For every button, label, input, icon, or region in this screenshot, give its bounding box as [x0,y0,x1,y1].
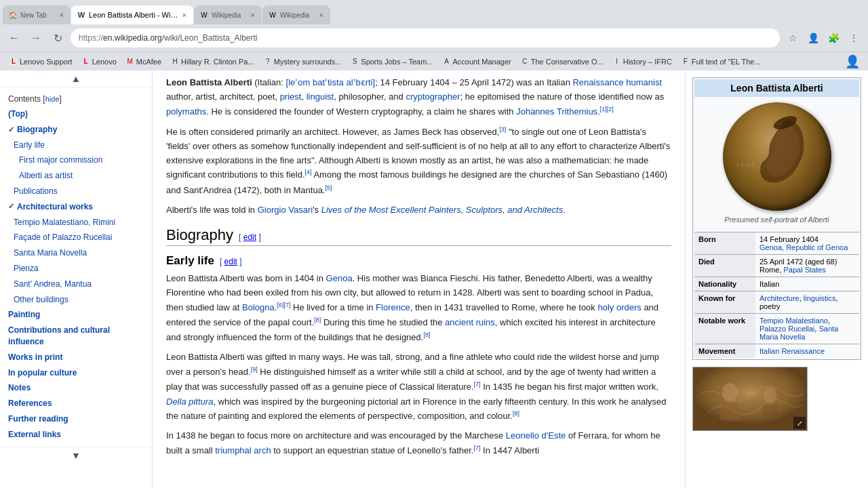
link-tempio[interactable]: Tempio Malatestiano [760,317,828,325]
tab-close-3[interactable]: × [250,11,256,19]
profile-avatar[interactable]: 👤 [842,54,863,69]
toc-item-top[interactable]: (Top) [3,106,149,122]
toc-link-external-links[interactable]: External links [8,429,61,441]
toc-item-notes[interactable]: Notes [3,380,149,396]
link-ancient-ruins[interactable]: ancient ruins [445,318,495,328]
toc-item-publications[interactable]: Publications [3,184,149,199]
toc-item-external-links[interactable]: External links [3,427,149,443]
link-trithemius[interactable]: Johannes Trithemius [516,106,597,117]
toc-scroll-down[interactable]: ▼ [0,447,152,464]
toc-item-tempio[interactable]: Tempio Malatestiano, Rimini [3,215,149,230]
bookmark-hillary[interactable]: H Hillary R. Clinton Pa... [167,56,258,67]
toc-link-publications[interactable]: Publications [14,186,58,197]
link-florence[interactable]: Florence [376,302,410,312]
reload-button[interactable]: ↻ [49,29,66,47]
link-triumphal-arch[interactable]: triumphal arch [215,446,271,456]
tab-wiki-3[interactable]: W Wikipedia × [194,5,262,24]
tab-wikipedia-active[interactable]: W Leon Battista Alberti - Wikipedia × [71,5,193,24]
link-polymaths[interactable]: polymaths [166,106,206,117]
toc-link-tempio[interactable]: Tempio Malatestiano, Rimini [14,217,115,228]
toc-link-contributions[interactable]: Contributions and cultural influence [8,325,144,348]
toc-item-santa-maria[interactable]: Santa Maria Novella [3,245,149,261]
toc-link-further-reading[interactable]: Further reading [8,413,68,425]
bookmark-lenovo-support[interactable]: L Lenovo Support [5,56,77,67]
bookmark-mcafee[interactable]: M McAfee [122,56,165,67]
toc-link-arch-works[interactable]: Architectural works [17,201,93,213]
toc-link-works-print[interactable]: Works in print [8,352,62,363]
toc-item-works-print[interactable]: Works in print [3,350,149,365]
tab-newtab[interactable]: 🏠 New Tab × [3,5,71,24]
toc-item-arch-works[interactable]: ✓ Architectural works [3,199,149,215]
link-vasari[interactable]: Giorgio Vasari [258,205,313,215]
toc-link-references[interactable]: References [8,398,52,409]
link-holy-orders[interactable]: holy orders [597,302,641,312]
link-lives[interactable]: Lives of the Most Excellent Painters, Sc… [321,205,563,215]
url-bar[interactable]: https://en.wikipedia.org/wiki/Leon_Batti… [71,28,780,47]
tab-close-1[interactable]: × [58,11,65,19]
tab-close-2[interactable]: × [181,11,188,19]
bookmark-sports[interactable]: S Sports Jobs – Team... [347,56,437,67]
link-born-genoa[interactable]: Genoa, Republic of Genoa [760,243,848,251]
link-genoa[interactable]: Genoa [326,273,353,283]
biography-edit-link[interactable]: edit [243,232,256,242]
toc-item-contributions[interactable]: Contributions and cultural influence [3,323,149,350]
link-cryptographer[interactable]: cryptographer [406,92,460,102]
toc-link-other-buildings[interactable]: Other buildings [14,294,68,306]
toc-item-further-reading[interactable]: Further reading [3,411,149,427]
toc-item-first-commission[interactable]: First major commission [3,152,149,168]
tab-close-4[interactable]: × [318,11,325,19]
toc-link-popular-culture[interactable]: In popular culture [8,367,77,379]
pronunciation-link[interactable]: [leˈom batˈtista alˈbɛrti] [286,77,376,87]
toc-item-sant-andrea[interactable]: Sant' Andrea, Mantua [3,277,149,292]
toc-link-early-life[interactable]: Early life [14,140,45,151]
bookmark-mystery[interactable]: ? Mystery surrounds... [260,56,346,67]
bookmark-account-manager[interactable]: A Account Manager [438,56,515,67]
link-della-pittura[interactable]: Della pittura [166,396,213,407]
toc-scroll-up[interactable]: ▲ [0,70,152,87]
bookmark-lenovo[interactable]: L Lenovo [78,56,121,67]
link-architecture[interactable]: Architecture [760,294,800,302]
link-papal-states[interactable]: Papal States [783,266,825,274]
toc-link-santa-maria[interactable]: Santa Maria Novella [14,247,87,259]
toc-link-pienza[interactable]: Pienza [14,263,39,274]
link-priest[interactable]: priest [280,92,302,102]
tab-title-1: New Tab [20,12,56,19]
star-icon[interactable]: ☆ [784,29,802,47]
toc-item-references[interactable]: References [3,396,149,411]
toc-link-alberti-artist[interactable]: Alberti as artist [19,170,73,182]
toc-link-notes[interactable]: Notes [8,382,31,394]
forward-button[interactable]: → [27,29,45,47]
bookmark-conservative[interactable]: C The Conservative O... [517,56,608,67]
link-renaissance-humanist[interactable]: Renaissance humanist [572,77,662,87]
toc-item-pienza[interactable]: Pienza [3,261,149,277]
toc-link-biography[interactable]: Biography [17,124,57,136]
link-italian-renaissance[interactable]: Italian Renaissance [760,347,825,355]
bookmark-ifrc[interactable]: I History – IFRC [609,56,676,67]
tab-wiki-4[interactable]: W Wikipedia × [262,5,330,24]
bookmark-fulltext[interactable]: F Full text of "EL The... [677,56,765,67]
menu-icon[interactable]: ⋮ [845,29,863,47]
expand-image-button[interactable]: ⤢ [793,417,806,429]
toc-item-popular-culture[interactable]: In popular culture [3,365,149,381]
profile-icon[interactable]: 👤 [804,29,822,47]
link-leonello[interactable]: Leonello d'Este [506,430,566,441]
toc-link-sant-andrea[interactable]: Sant' Andrea, Mantua [14,279,92,290]
toc-link-top[interactable]: (Top) [8,108,28,120]
toc-item-biography[interactable]: ✓ Biography [3,122,149,138]
link-bologna[interactable]: Bologna [242,302,275,312]
toc-item-other-buildings[interactable]: Other buildings [3,292,149,308]
toc-link-painting[interactable]: Painting [8,309,40,321]
toc-item-painting[interactable]: Painting [3,307,149,323]
toc-link-first-commission[interactable]: First major commission [19,155,102,166]
link-linguist[interactable]: linguist [307,92,334,102]
toc-item-early-life[interactable]: Early life [3,138,149,153]
extensions-icon[interactable]: 🧩 [825,29,842,47]
toc-item-alberti-artist[interactable]: Alberti as artist [3,168,149,184]
toc-hide-link[interactable]: hide [45,95,60,103]
link-linguistics[interactable]: linguistics [804,294,836,302]
toc-item-palazzo[interactable]: Façade of Palazzo Rucellai [3,230,149,245]
toc-link-palazzo[interactable]: Façade of Palazzo Rucellai [14,232,112,243]
link-palazzo-rucellai[interactable]: Palazzo Rucellai [760,325,814,333]
early-life-edit-link[interactable]: edit [224,257,237,266]
back-button[interactable]: ← [5,29,23,47]
